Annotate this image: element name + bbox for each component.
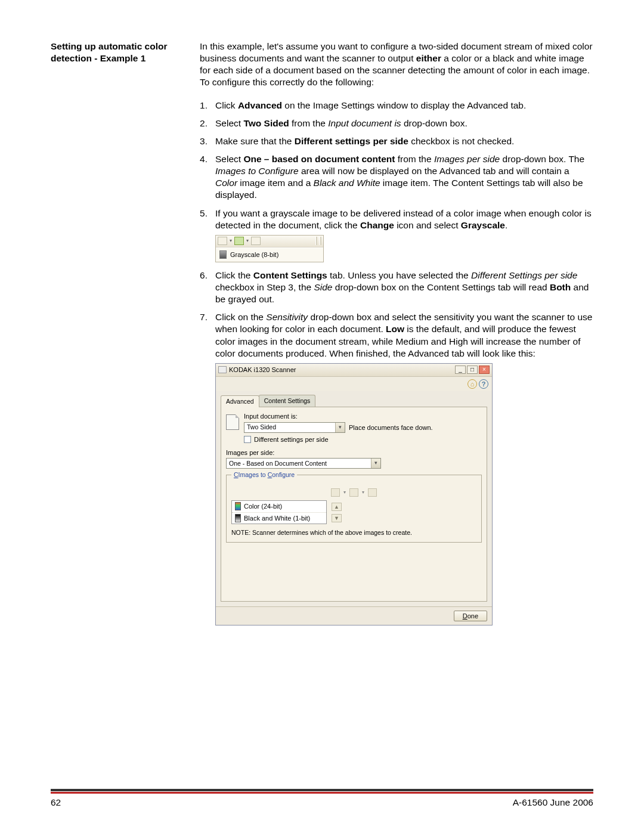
minimize-button[interactable]: _ [455,366,466,374]
placement-hint: Place documents face down. [349,423,433,432]
input-document-dropdown[interactable]: Two Sided ▾ [244,422,345,433]
tab-strip: Advanced Content Settings [221,395,487,408]
add-icon[interactable] [218,237,227,245]
list-item[interactable]: Black and White (1-bit) [232,513,326,524]
delete-icon[interactable] [251,237,261,245]
scanner-note: NOTE: Scanner determines which of the ab… [231,529,476,537]
step-3: Make sure that the Different settings pe… [200,135,593,147]
color-swatch-icon [235,502,241,510]
page-footer: 62 A-61560 June 2006 [51,789,593,808]
chevron-down-icon: ▾ [371,459,380,468]
add-image-icon[interactable] [331,488,340,497]
change-icon[interactable] [234,237,244,245]
page-number: 62 [51,797,61,808]
images-per-side-dropdown[interactable]: One - Based on Document Content ▾ [226,458,381,469]
fieldset-legend: CImages to ConfigureImages to Configure [231,471,297,479]
step-6: Click the Content Settings tab. Unless y… [200,270,593,305]
step-1: Click Advanced on the Image Settings win… [200,100,593,112]
app-icon [218,366,227,373]
chevron-down-icon: ▾ [335,423,345,432]
intro-paragraph: In this example, let's assume you want t… [200,41,593,89]
close-button[interactable]: × [479,366,490,374]
done-button[interactable]: Done [454,611,487,621]
steps-list: Click Advanced on the Image Settings win… [200,100,593,625]
window-title: KODAK i1320 Scanner [229,366,296,374]
step-7: Click on the Sensitivity drop-down box a… [200,311,593,625]
scanner-window: KODAK i1320 Scanner _ □ × ⌂ ? Advanced C… [215,363,493,625]
different-settings-checkbox[interactable] [244,436,251,443]
home-icon[interactable]: ⌂ [467,379,477,389]
step-4: Select One – based on document content f… [200,153,593,202]
tab-content-settings[interactable]: Content Settings [259,395,316,407]
titlebar[interactable]: KODAK i1320 Scanner _ □ × [216,364,492,377]
grayscale-menu-item[interactable]: Grayscale (8-bit) [216,247,323,262]
tab-advanced[interactable]: Advanced [221,395,259,408]
input-document-label: Input document is: [244,412,482,420]
document-icon [226,414,239,430]
images-to-configure-fieldset: CImages to ConfigureImages to Configure … [226,475,482,542]
move-up-button[interactable]: ▲ [332,503,342,511]
section-heading: Setting up automatic color detection - E… [51,41,200,631]
section-body: In this example, let's assume you want t… [200,41,593,631]
images-per-side-label: Images per side: [226,448,482,457]
list-item[interactable]: Color (24-bit) [232,501,326,512]
grayscale-menu-figure: ▾ ▾ Grayscale (8-bit) [215,235,324,262]
help-icon[interactable]: ? [479,379,488,389]
delete-image-icon[interactable] [368,488,377,497]
bw-swatch-icon [235,514,241,522]
grayscale-swatch-icon [219,250,227,259]
maximize-button[interactable]: □ [467,366,478,374]
change-image-icon[interactable] [349,488,358,497]
image-config-list[interactable]: Color (24-bit) Black and White (1-bit) [231,500,327,524]
doc-id: A-61560 June 2006 [513,797,593,808]
different-settings-label: Different settings per side [254,435,329,444]
step-5: If you want a grayscale image to be deli… [200,208,593,262]
step-2: Select Two Sided from the Input document… [200,117,593,129]
move-down-button[interactable]: ▼ [332,514,342,522]
